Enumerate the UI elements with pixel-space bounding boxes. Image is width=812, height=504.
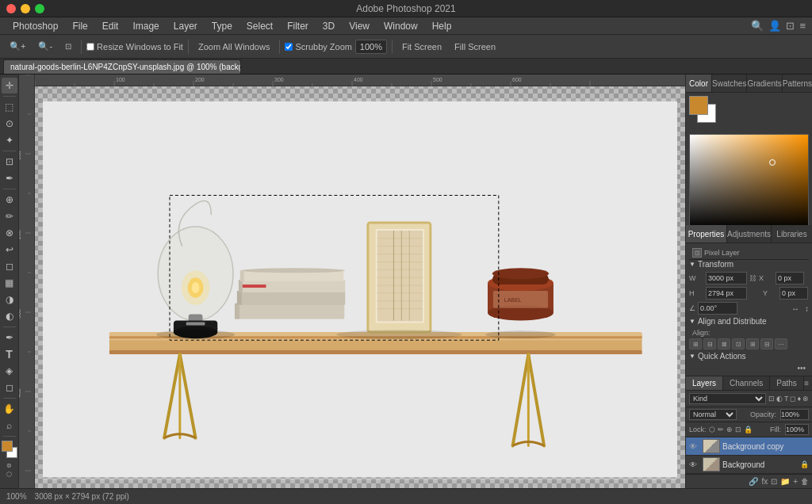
spot-heal-tool[interactable]: ⊕ [2,192,17,208]
layer-kind-select[interactable]: Kind [689,393,766,404]
x-input[interactable] [776,272,804,284]
lock-all-icon[interactable]: 🔒 [744,426,753,433]
layer-eye-background[interactable]: 👁 [689,460,700,469]
foreground-color-swatch[interactable] [2,441,13,452]
layer-eye-background-copy[interactable]: 👁 [689,442,700,451]
stamp-tool[interactable]: ⊗ [2,225,17,241]
tab-adjustments[interactable]: Adjustments [727,225,772,242]
gradient-tool[interactable]: ▦ [2,275,17,291]
zoom-value-input[interactable] [355,40,387,54]
menu-image[interactable]: Image [126,19,165,33]
tab-swatches[interactable]: Swatches [712,74,747,92]
scrubby-zoom-input[interactable] [285,43,293,51]
link-wh-icon[interactable]: ⛓ [749,274,756,282]
type-tool[interactable]: T [2,346,17,362]
tab-paths[interactable]: Paths [770,376,804,390]
menu-3d[interactable]: 3D [316,19,341,33]
window-icon[interactable]: ⊡ [786,20,795,32]
magic-wand-tool[interactable]: ✦ [2,132,17,148]
new-layer-button[interactable]: + [793,477,798,486]
100-percent-button[interactable]: ⊡ [60,38,76,55]
add-style-button[interactable]: fx [761,477,768,486]
fill-screen-button[interactable]: Fill Screen [450,38,500,55]
align-right-button[interactable]: ⊠ [718,338,730,349]
menu-window[interactable]: Window [377,19,424,33]
menu-filter[interactable]: Filter [281,19,315,33]
pen-tool[interactable]: ✒ [2,330,17,346]
align-section-header[interactable]: ▼ Align and Distribute [689,317,809,326]
opacity-input[interactable] [780,409,809,420]
fit-screen-button[interactable]: Fit Screen [397,38,446,55]
tab-channels[interactable]: Channels [723,376,770,390]
document-tab[interactable]: natural-goods-berlin-L6NP4ZCnpSY-unsplas… [3,59,241,74]
eraser-tool[interactable]: ◻ [2,258,17,274]
flip-v-icon[interactable]: ↕ [805,304,809,313]
height-input[interactable] [706,287,747,300]
align-center-h-button[interactable]: ⊟ [703,338,716,349]
blend-mode-select[interactable]: Normal [689,409,737,420]
resize-windows-checkbox[interactable]: Resize Windows to Fit [86,42,183,52]
minimize-window-button[interactable] [21,4,30,13]
account-icon[interactable]: 👤 [768,20,781,32]
menu-file[interactable]: File [66,19,94,33]
dodge-tool[interactable]: ◐ [2,308,17,324]
history-brush-tool[interactable]: ↩ [2,242,17,258]
canvas-area[interactable]: 100 200 300 400 500 600 100 200 [19,74,685,488]
lasso-tool[interactable]: ⊙ [2,116,17,132]
align-bottom-button[interactable]: ⊟ [760,338,773,349]
menu-view[interactable]: View [343,19,376,33]
tab-properties[interactable]: Properties [686,225,727,242]
add-mask-button[interactable]: ⊡ [771,477,777,486]
blur-tool[interactable]: ◑ [2,292,17,307]
tab-color[interactable]: Color [686,74,712,92]
menu-edit[interactable]: Edit [96,19,125,33]
menu-layer[interactable]: Layer [167,19,204,33]
new-group-button[interactable]: 📁 [780,477,790,486]
foreground-color-panel-swatch[interactable] [689,96,708,115]
search-icon[interactable]: 🔍 [751,20,764,32]
more-icon[interactable]: ≡ [799,20,806,32]
layer-row-background[interactable]: 👁 Background 🔒 [686,456,812,474]
tab-patterns[interactable]: Patterns [783,74,812,92]
flip-h-icon[interactable]: ↔ [791,304,799,313]
quick-mask-icon[interactable]: ⊚ [6,462,12,469]
menu-select[interactable]: Select [240,19,279,33]
brush-tool[interactable]: ✏ [2,208,17,224]
path-select-tool[interactable]: ◈ [2,363,17,379]
screen-mode-icon[interactable]: ⬡ [6,471,12,478]
type-filter-icon[interactable]: T [784,395,789,403]
menu-help[interactable]: Help [426,19,458,33]
eyedropper-tool[interactable]: ✒ [2,170,17,186]
transform-section-header[interactable]: ▼ Transform [689,260,809,269]
more-quick-actions[interactable]: ••• [689,364,809,372]
marquee-tool[interactable]: ⬚ [2,99,17,115]
tab-layers[interactable]: Layers [686,376,723,390]
layer-row-background-copy[interactable]: 👁 Background copy [686,437,812,456]
distribute-button[interactable]: ⋯ [775,338,787,349]
filter-toggle-icon[interactable]: ⊗ [802,395,809,403]
align-center-v-button[interactable]: ⊞ [746,338,759,349]
zoom-tool[interactable]: ⌕ [2,418,17,433]
shapes-tool[interactable]: ◻ [2,380,17,395]
hand-tool[interactable]: ✋ [2,401,17,417]
tab-gradients[interactable]: Gradients [747,74,782,92]
smart-filter-icon[interactable]: ♦ [797,395,801,403]
menu-type[interactable]: Type [205,19,239,33]
lock-position-icon[interactable]: ⊕ [726,426,733,433]
resize-windows-input[interactable] [86,43,94,51]
lock-image-icon[interactable]: ✏ [718,426,724,433]
crop-tool[interactable]: ⊡ [2,154,17,170]
lock-artboard-icon[interactable]: ⊡ [735,426,741,433]
menu-photoshop[interactable]: Photoshop [6,19,64,33]
tab-libraries[interactable]: Libraries [772,225,812,242]
y-input[interactable] [779,287,808,300]
angle-input[interactable] [698,302,737,315]
align-top-button[interactable]: ⊡ [732,338,745,349]
layers-panel-menu-icon[interactable]: ≡ [804,379,809,388]
align-left-button[interactable]: ⊞ [689,338,702,349]
maximize-window-button[interactable] [35,4,44,13]
adj-filter-icon[interactable]: ◐ [776,395,783,403]
canvas-document[interactable]: LABEL [43,98,677,480]
delete-layer-button[interactable]: 🗑 [801,477,809,486]
scrubby-zoom-checkbox[interactable]: Scrubby Zoom [285,42,352,52]
